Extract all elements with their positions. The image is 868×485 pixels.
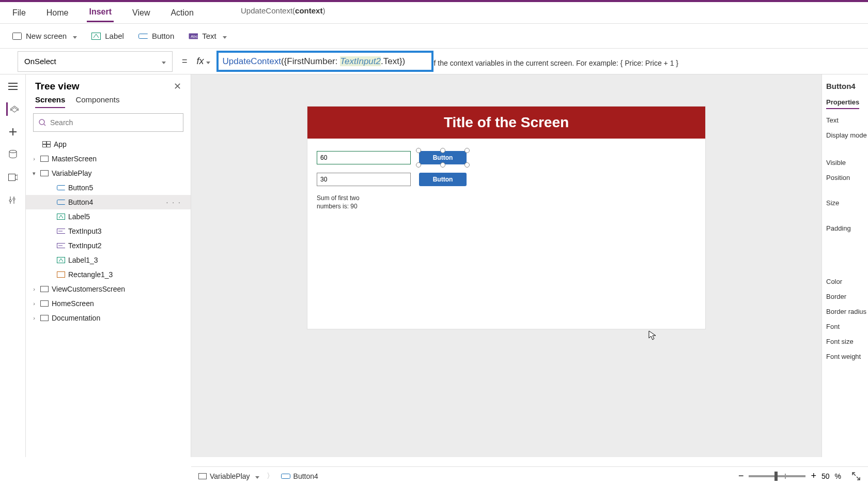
menu-tab-insert[interactable]: Insert bbox=[87, 3, 114, 22]
ribbon: New screen Label Button Abc Text context… bbox=[0, 24, 868, 49]
data-icon[interactable] bbox=[6, 148, 20, 161]
formula-code: UpdateContext({FirstNumber: TextInput2.T… bbox=[223, 56, 406, 66]
close-panel-button[interactable]: ✕ bbox=[174, 81, 181, 92]
textinput3-control[interactable] bbox=[317, 173, 411, 186]
tree-item-button5[interactable]: Button5 bbox=[26, 180, 191, 195]
formula-hint-prefix: UpdateContext( bbox=[241, 6, 295, 15]
prop-border[interactable]: Border bbox=[826, 293, 864, 300]
tree-item-documentation[interactable]: ›Documentation bbox=[26, 311, 191, 325]
menu-tab-view[interactable]: View bbox=[130, 4, 152, 22]
svg-rect-9 bbox=[47, 142, 51, 144]
tree-item-label: MasterScreen bbox=[52, 155, 97, 163]
tree-view-icon[interactable] bbox=[6, 102, 20, 116]
menu-tab-action[interactable]: Action bbox=[168, 4, 195, 22]
tree-item-label: Button4 bbox=[68, 198, 93, 206]
svg-point-7 bbox=[39, 119, 44, 125]
button-icon bbox=[138, 32, 148, 41]
tree-item-button4[interactable]: Button4· · · bbox=[26, 195, 191, 209]
left-rail bbox=[0, 74, 26, 457]
chevron-icon[interactable]: › bbox=[31, 156, 37, 162]
resize-handle[interactable] bbox=[416, 162, 421, 168]
prop-border-radius[interactable]: Border radius bbox=[826, 308, 864, 315]
zoom-out-button[interactable]: − bbox=[738, 471, 744, 481]
prop-size[interactable]: Size bbox=[826, 199, 864, 207]
button5-control[interactable]: Button bbox=[419, 173, 467, 186]
svg-rect-21 bbox=[41, 286, 49, 292]
zoom-thumb[interactable] bbox=[774, 472, 778, 481]
svg-point-5 bbox=[9, 150, 17, 153]
tree-item-textinput3[interactable]: TextInput3 bbox=[26, 224, 191, 238]
media-icon[interactable] bbox=[6, 171, 20, 184]
screen-icon bbox=[40, 155, 49, 163]
tree-list: App›MasterScreen▾VariablePlayButton5Butt… bbox=[26, 137, 191, 457]
resize-handle[interactable] bbox=[464, 148, 470, 153]
resize-handle[interactable] bbox=[440, 162, 445, 168]
tree-item-viewcustomersscreen[interactable]: ›ViewCustomersScreen bbox=[26, 282, 191, 296]
tree-item-homescreen[interactable]: ›HomeScreen bbox=[26, 296, 191, 311]
breadcrumb-control-label: Button4 bbox=[293, 472, 318, 480]
resize-handle[interactable] bbox=[416, 148, 421, 153]
menu-tab-file[interactable]: File bbox=[10, 4, 28, 22]
properties-tab[interactable]: Properties bbox=[826, 98, 859, 109]
zoom-slider[interactable] bbox=[749, 475, 805, 477]
tree-search-box[interactable] bbox=[33, 113, 183, 132]
chevron-icon[interactable]: › bbox=[31, 315, 37, 321]
zoom-in-button[interactable]: + bbox=[811, 471, 816, 481]
insert-text-button[interactable]: Abc Text bbox=[189, 32, 227, 41]
resize-handle[interactable] bbox=[440, 148, 445, 153]
insert-label-button[interactable]: Label bbox=[91, 32, 124, 41]
fit-to-window-button[interactable] bbox=[851, 472, 861, 481]
properties-panel: Button4 Properties Text Display mode Vis… bbox=[822, 74, 868, 457]
breadcrumb-control[interactable]: Button4 bbox=[281, 472, 318, 480]
tree-tab-screens[interactable]: Screens bbox=[35, 95, 65, 108]
fx-label[interactable]: fx bbox=[197, 56, 210, 67]
tree-item-label1_3[interactable]: Label1_3 bbox=[26, 253, 191, 267]
tree-item-app[interactable]: App bbox=[26, 137, 191, 151]
prop-text[interactable]: Text bbox=[826, 116, 864, 124]
tree-item-masterscreen[interactable]: ›MasterScreen bbox=[26, 151, 191, 166]
new-screen-button[interactable]: New screen bbox=[12, 32, 77, 41]
tree-tab-components[interactable]: Components bbox=[75, 95, 119, 108]
menu-tab-home[interactable]: Home bbox=[44, 4, 71, 22]
property-selector[interactable]: OnSelect bbox=[18, 51, 173, 72]
prop-position[interactable]: Position bbox=[826, 174, 864, 181]
zoom-value: 50 bbox=[822, 472, 830, 480]
prop-font[interactable]: Font bbox=[826, 323, 864, 330]
chevron-icon[interactable]: › bbox=[31, 300, 37, 307]
breadcrumb-screen[interactable]: VariablePlay bbox=[198, 472, 259, 480]
canvas-area[interactable]: Title of the Screen Button bbox=[191, 74, 822, 457]
prop-color[interactable]: Color bbox=[826, 278, 864, 285]
chevron-down-icon bbox=[221, 32, 227, 40]
formula-signature-hint: UpdateContext(context) bbox=[241, 6, 325, 15]
insert-button-text: Button bbox=[152, 32, 174, 40]
insert-button-button[interactable]: Button bbox=[138, 32, 174, 41]
tree-search-input[interactable] bbox=[50, 118, 178, 127]
svg-rect-12 bbox=[41, 156, 49, 162]
tree-item-label: HomeScreen bbox=[52, 299, 94, 308]
resize-handle[interactable] bbox=[464, 162, 470, 168]
prop-padding[interactable]: Padding bbox=[826, 224, 864, 232]
tree-item-rectangle1_3[interactable]: Rectangle1_3 bbox=[26, 267, 191, 282]
formula-input[interactable]: UpdateContext({FirstNumber: TextInput2.T… bbox=[216, 51, 433, 72]
tree-item-label: TextInput2 bbox=[68, 241, 102, 250]
tree-item-label: Button5 bbox=[68, 184, 93, 192]
tree-item-variableplay[interactable]: ▾VariablePlay bbox=[26, 166, 191, 180]
more-options-button[interactable]: · · · bbox=[166, 198, 187, 206]
prop-visible[interactable]: Visible bbox=[826, 159, 864, 166]
property-name: OnSelect bbox=[24, 57, 56, 66]
prop-font-weight[interactable]: Font weight bbox=[826, 353, 864, 360]
prop-font-size[interactable]: Font size bbox=[826, 338, 864, 345]
label-icon bbox=[91, 32, 101, 41]
tree-item-textinput2[interactable]: TextInput2 bbox=[26, 238, 191, 253]
hamburger-icon[interactable] bbox=[6, 80, 20, 93]
tree-item-label: Documentation bbox=[52, 314, 100, 322]
design-canvas[interactable]: Title of the Screen Button bbox=[307, 107, 705, 329]
tools-icon[interactable] bbox=[6, 193, 20, 207]
insert-icon[interactable] bbox=[6, 125, 20, 139]
tree-item-label5[interactable]: Label5 bbox=[26, 209, 191, 224]
chevron-icon[interactable]: › bbox=[31, 286, 37, 292]
prop-display-mode[interactable]: Display mode bbox=[826, 131, 864, 139]
textinput2-control[interactable] bbox=[317, 151, 411, 164]
svg-text:Abc: Abc bbox=[191, 34, 198, 39]
chevron-icon[interactable]: ▾ bbox=[31, 170, 37, 177]
